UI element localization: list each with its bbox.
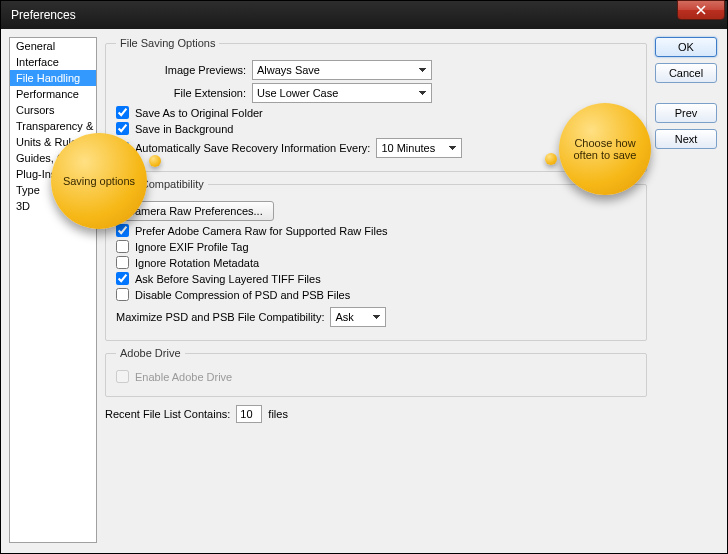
- close-icon: [696, 5, 706, 15]
- cancel-button[interactable]: Cancel: [655, 63, 717, 83]
- adobe-drive-legend: Adobe Drive: [116, 347, 185, 359]
- next-button[interactable]: Next: [655, 129, 717, 149]
- sidebar-item-interface[interactable]: Interface: [10, 54, 96, 70]
- file-extension-select[interactable]: Use Lower Case: [252, 83, 432, 103]
- save-in-background-checkbox[interactable]: [116, 122, 129, 135]
- enable-adobe-drive-checkbox: [116, 370, 129, 383]
- ignore-rotation-checkbox[interactable]: [116, 256, 129, 269]
- file-saving-legend: File Saving Options: [116, 37, 219, 49]
- ignore-exif-label: Ignore EXIF Profile Tag: [135, 241, 249, 253]
- ignore-exif-checkbox[interactable]: [116, 240, 129, 253]
- disable-compression-label: Disable Compression of PSD and PSB Files: [135, 289, 350, 301]
- image-previews-select[interactable]: Always Save: [252, 60, 432, 80]
- dialog-body: General Interface File Handling Performa…: [1, 29, 727, 553]
- image-previews-label: Image Previews:: [150, 64, 246, 76]
- prefer-raw-label: Prefer Adobe Camera Raw for Supported Ra…: [135, 225, 388, 237]
- category-sidebar: General Interface File Handling Performa…: [9, 37, 97, 543]
- recent-files-input[interactable]: [236, 405, 262, 423]
- ask-tiff-checkbox[interactable]: [116, 272, 129, 285]
- close-button[interactable]: [677, 0, 725, 20]
- sidebar-item-transparency[interactable]: Transparency & Gamut: [10, 118, 96, 134]
- preferences-dialog: Preferences General Interface File Handl…: [0, 0, 728, 554]
- file-extension-label: File Extension:: [150, 87, 246, 99]
- enable-adobe-drive-label: Enable Adobe Drive: [135, 371, 232, 383]
- titlebar: Preferences: [1, 1, 727, 29]
- main-panel: Saving options Choose how often to save …: [105, 37, 647, 543]
- maximize-compat-select[interactable]: Ask: [330, 307, 386, 327]
- auto-save-label: Automatically Save Recovery Information …: [135, 142, 370, 154]
- sidebar-item-cursors[interactable]: Cursors: [10, 102, 96, 118]
- window-title: Preferences: [11, 8, 76, 22]
- callout-saving-options: Saving options: [51, 133, 147, 229]
- ignore-rotation-label: Ignore Rotation Metadata: [135, 257, 259, 269]
- save-in-background-label: Save in Background: [135, 123, 233, 135]
- recent-files-label: Recent File List Contains:: [105, 408, 230, 420]
- ok-button[interactable]: OK: [655, 37, 717, 57]
- sidebar-item-performance[interactable]: Performance: [10, 86, 96, 102]
- sidebar-item-general[interactable]: General: [10, 38, 96, 54]
- save-as-original-checkbox[interactable]: [116, 106, 129, 119]
- auto-save-interval-select[interactable]: 10 Minutes: [376, 138, 462, 158]
- prefer-raw-checkbox[interactable]: [116, 224, 129, 237]
- callout-choose-interval: Choose how often to save: [559, 103, 651, 195]
- ask-tiff-label: Ask Before Saving Layered TIFF Files: [135, 273, 321, 285]
- disable-compression-checkbox[interactable]: [116, 288, 129, 301]
- save-as-original-label: Save As to Original Folder: [135, 107, 263, 119]
- recent-files-suffix: files: [268, 408, 288, 420]
- prev-button[interactable]: Prev: [655, 103, 717, 123]
- dialog-buttons: OK Cancel Prev Next: [655, 37, 717, 543]
- file-compatibility-group: File Compatibility Camera Raw Preference…: [105, 178, 647, 341]
- adobe-drive-group: Adobe Drive Enable Adobe Drive: [105, 347, 647, 397]
- sidebar-item-file-handling[interactable]: File Handling: [10, 70, 96, 86]
- maximize-compat-label: Maximize PSD and PSB File Compatibility:: [116, 311, 324, 323]
